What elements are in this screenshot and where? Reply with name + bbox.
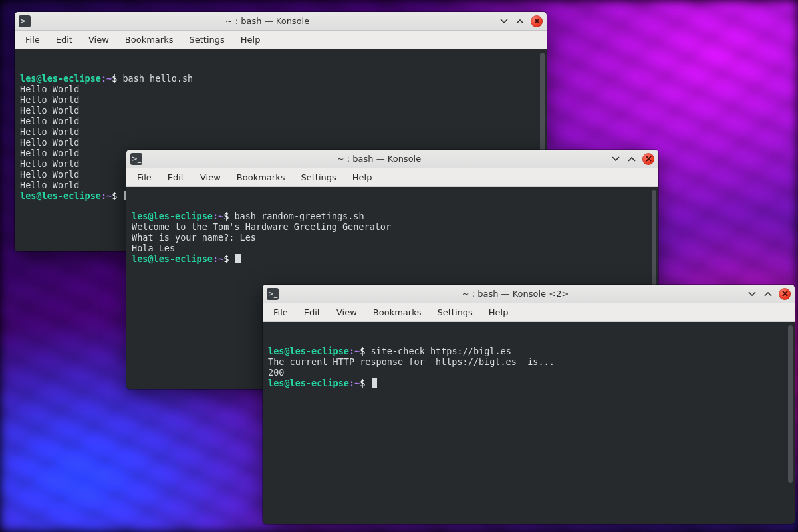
command-text: site-check https://bigl.es [370,346,511,356]
output-line: Welcome to the Tom's Hardware Greeting G… [132,221,391,232]
command-text: bash hello.sh [122,73,193,84]
close-button[interactable] [531,15,543,27]
prompt-line: les@les-eclipse:~$ [132,253,241,264]
window-title: ~ : bash — Konsole [148,154,610,164]
konsole-app-icon: >_ [267,288,279,300]
menu-help[interactable]: Help [233,32,269,47]
prompt-line: les@les-eclipse:~$ [20,190,129,201]
prompt-line: les@les-eclipse:~$ bash random-greetings… [132,211,364,221]
prompt-line: les@les-eclipse:~$ site-check https://bi… [268,346,511,356]
cursor-icon [372,378,377,388]
menu-settings[interactable]: Settings [181,32,232,47]
close-button[interactable] [642,153,654,165]
output-line: Hello World [20,137,79,148]
menu-edit[interactable]: Edit [296,305,329,320]
close-button[interactable] [779,288,791,300]
output-line: Hello World [20,180,79,190]
konsole-window-3[interactable]: >_ ~ : bash — Konsole <2> File Edit View… [263,285,795,524]
output-line: Hello World [20,148,79,158]
menu-edit[interactable]: Edit [48,32,80,47]
menu-file[interactable]: File [129,170,160,185]
window-title: ~ : bash — Konsole [36,16,499,26]
menu-edit[interactable]: Edit [160,170,192,185]
menu-view[interactable]: View [329,305,365,320]
prompt-line: les@les-eclipse:~$ [268,378,377,388]
scrollbar[interactable] [788,325,793,483]
menu-bookmarks[interactable]: Bookmarks [365,305,430,320]
titlebar[interactable]: >_ ~ : bash — Konsole [15,12,547,31]
output-line: Hello World [20,158,79,169]
output-line: 200 [268,367,284,378]
konsole-app-icon: >_ [19,15,31,27]
menu-help[interactable]: Help [481,305,517,320]
menubar[interactable]: File Edit View Bookmarks Settings Help [15,31,547,49]
output-line: Hello World [20,116,79,126]
menu-view[interactable]: View [192,170,229,185]
window-title: ~ : bash — Konsole <2> [284,289,747,299]
minimize-button[interactable] [747,289,757,299]
menu-help[interactable]: Help [344,170,380,185]
menubar[interactable]: File Edit View Bookmarks Settings Help [263,303,795,322]
output-line: Hello World [20,84,79,94]
minimize-button[interactable] [610,154,621,164]
menu-file[interactable]: File [265,305,296,320]
menu-settings[interactable]: Settings [429,305,480,320]
command-text: bash random-greetings.sh [234,211,364,221]
prompt-line: les@les-eclipse:~$ bash hello.sh [20,73,193,84]
menu-view[interactable]: View [80,32,117,47]
output-line: Hello World [20,126,79,137]
titlebar[interactable]: >_ ~ : bash — Konsole <2> [263,285,795,303]
maximize-button[interactable] [626,154,637,164]
maximize-button[interactable] [763,289,773,299]
output-line: Hello World [20,105,79,116]
cursor-icon [235,254,241,263]
output-line: Hello World [20,94,79,105]
minimize-button[interactable] [499,16,509,27]
menubar[interactable]: File Edit View Bookmarks Settings Help [126,168,658,187]
terminal-area[interactable]: les@les-eclipse:~$ site-check https://bi… [263,322,795,524]
output-line: What is your name?: Les [132,232,256,243]
output-line: Hola Les [132,243,175,253]
output-line: Hello World [20,169,79,180]
menu-file[interactable]: File [17,32,48,47]
menu-settings[interactable]: Settings [293,170,344,185]
menu-bookmarks[interactable]: Bookmarks [229,170,293,185]
output-line: The current HTTP response for https://bi… [268,356,555,367]
titlebar[interactable]: >_ ~ : bash — Konsole [126,150,658,168]
maximize-button[interactable] [515,16,525,27]
konsole-app-icon: >_ [130,153,142,165]
menu-bookmarks[interactable]: Bookmarks [117,32,182,47]
